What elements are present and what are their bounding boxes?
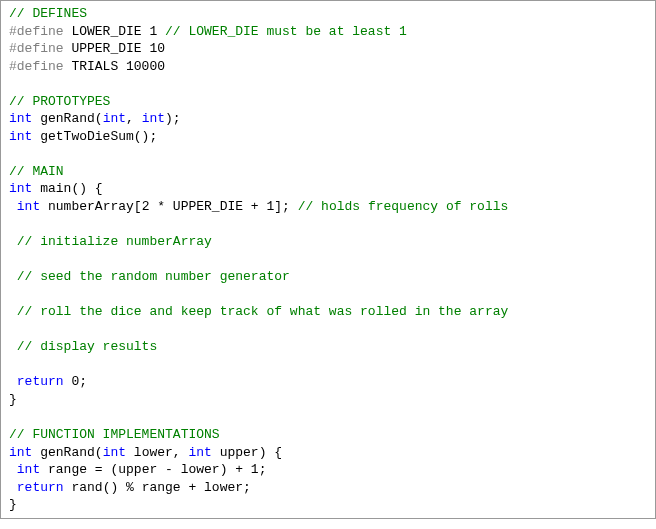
- code-text: [9, 374, 17, 389]
- code-text: }: [9, 392, 17, 407]
- preprocessor: #define: [9, 24, 64, 39]
- code-text: numberArray[2 * UPPER_DIE + 1];: [40, 199, 297, 214]
- code-text: lower,: [126, 445, 188, 460]
- code-text: range = (upper - lower) + 1;: [40, 462, 266, 477]
- type-keyword: int: [9, 445, 32, 460]
- type-keyword: int: [9, 111, 32, 126]
- code-text: UPPER_DIE 10: [64, 41, 165, 56]
- comment: // LOWER_DIE must be at least 1: [165, 24, 407, 39]
- comment: // display results: [9, 339, 157, 354]
- preprocessor: #define: [9, 41, 64, 56]
- code-text: [9, 480, 17, 495]
- comment: // roll the dice and keep track of what …: [9, 304, 508, 319]
- code-text: TRIALS 10000: [64, 59, 165, 74]
- preprocessor: #define: [9, 59, 64, 74]
- code-text: LOWER_DIE 1: [64, 24, 165, 39]
- comment: // PROTOTYPES: [9, 94, 110, 109]
- type-keyword: int: [142, 111, 165, 126]
- comment: // seed the random number generator: [9, 269, 290, 284]
- code-text: genRand(: [32, 445, 102, 460]
- code-block: // DEFINES #define LOWER_DIE 1 // LOWER_…: [0, 0, 656, 519]
- code-text: getTwoDieSum();: [32, 129, 157, 144]
- type-keyword: int: [17, 199, 40, 214]
- comment: // holds frequency of rolls: [298, 199, 509, 214]
- keyword: return: [17, 374, 64, 389]
- code-text: genRand(: [32, 111, 102, 126]
- code-text: );: [165, 111, 181, 126]
- type-keyword: int: [9, 181, 32, 196]
- comment: // initialize numberArray: [9, 234, 212, 249]
- type-keyword: int: [103, 445, 126, 460]
- code-text: 0;: [64, 374, 87, 389]
- code-text: main() {: [32, 181, 102, 196]
- keyword: return: [17, 480, 64, 495]
- type-keyword: int: [188, 445, 211, 460]
- code-text: ,: [126, 111, 142, 126]
- code-text: [9, 199, 17, 214]
- comment: // FUNCTION IMPLEMENTATIONS: [9, 427, 220, 442]
- code-text: upper) {: [212, 445, 282, 460]
- code-text: }: [9, 497, 17, 512]
- type-keyword: int: [9, 129, 32, 144]
- type-keyword: int: [103, 111, 126, 126]
- comment: // MAIN: [9, 164, 64, 179]
- comment: // DEFINES: [9, 6, 87, 21]
- type-keyword: int: [17, 462, 40, 477]
- code-text: rand() % range + lower;: [64, 480, 251, 495]
- code-text: [9, 462, 17, 477]
